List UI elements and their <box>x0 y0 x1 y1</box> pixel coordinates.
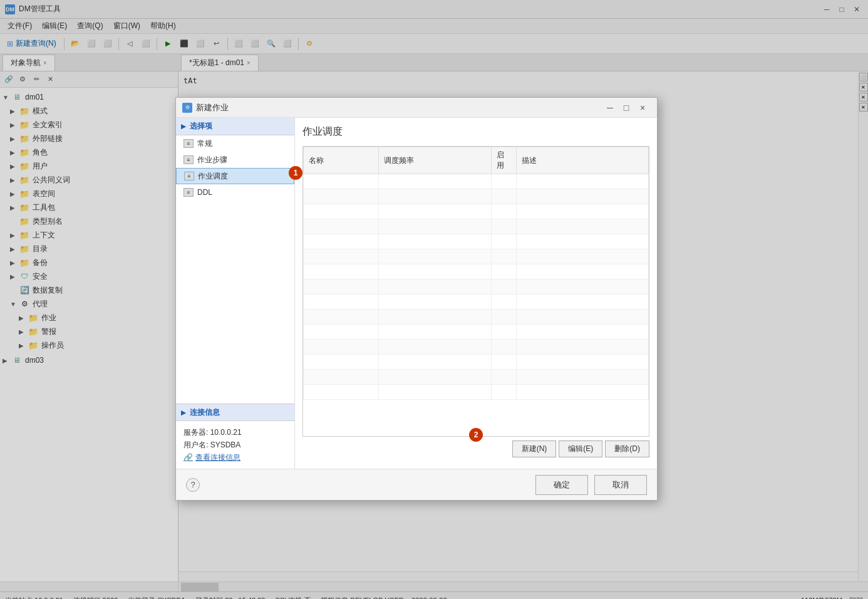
selector-header-label: 选择项 <box>190 121 212 132</box>
menu-item-ddl[interactable]: ≡ DDL <box>176 184 294 201</box>
menu-item-schedule[interactable]: ≡ 作业调度 1 <box>176 168 294 184</box>
help-button[interactable]: ? <box>186 478 200 492</box>
badge-1: 1 <box>289 166 302 180</box>
new-schedule-button[interactable]: 新建(N) <box>512 440 557 457</box>
badge-2: 2 <box>469 428 483 442</box>
modal-app-icon: ⚙ <box>182 103 192 113</box>
menu-icon-ddl: ≡ <box>183 188 194 197</box>
modal-window: ⚙ 新建作业 ─ □ × 选择项 ≡ 常规 ≡ 作业步骤 <box>175 97 658 501</box>
conn-link-label: 查看连接信息 <box>195 451 240 464</box>
table-row-empty-8 <box>304 279 649 294</box>
menu-item-steps[interactable]: ≡ 作业步骤 <box>176 152 294 168</box>
conn-info-body: 服务器: 10.0.0.21 用户名: SYSDBA 🔗 查看连接信息 <box>176 421 294 469</box>
menu-icon-general: ≡ <box>183 139 194 148</box>
action-row: 2 新建(N) 编辑(E) 删除(D) <box>302 437 649 461</box>
modal-overlay: ⚙ 新建作业 ─ □ × 选择项 ≡ 常规 ≡ 作业步骤 <box>0 0 868 599</box>
table-row-empty-5 <box>304 234 649 249</box>
selector-header: 选择项 <box>176 118 294 135</box>
modal-footer: ? 确定 取消 <box>176 469 657 500</box>
table-row-empty-4 <box>304 219 649 234</box>
table-row-empty-10 <box>304 310 649 325</box>
table-header-row: 名称 调度频率 启用 描述 <box>304 147 649 174</box>
table-row-empty-9 <box>304 294 649 310</box>
table-row-empty-6 <box>304 249 649 264</box>
col-desc: 描述 <box>517 147 649 174</box>
modal-body: 选择项 ≡ 常规 ≡ 作业步骤 ≡ 作业调度 1 <box>176 118 657 469</box>
col-frequency: 调度频率 <box>379 147 492 174</box>
modal-close-button[interactable]: × <box>634 100 651 116</box>
confirm-button[interactable]: 确定 <box>535 475 588 495</box>
menu-icon-schedule: ≡ <box>184 172 194 180</box>
conn-header-label: 连接信息 <box>190 407 220 418</box>
table-row-empty-14 <box>304 370 649 385</box>
menu-icon-steps: ≡ <box>183 155 194 164</box>
modal-title: 新建作业 <box>196 102 602 113</box>
schedule-table: 名称 调度频率 启用 描述 <box>303 147 649 400</box>
menu-label-steps: 作业步骤 <box>197 155 227 165</box>
col-enabled: 启用 <box>492 147 517 174</box>
conn-info-header: 连接信息 <box>176 404 294 421</box>
table-head: 名称 调度频率 启用 描述 <box>304 147 649 174</box>
cancel-button[interactable]: 取消 <box>594 475 647 495</box>
conn-server: 服务器: 10.0.0.21 <box>183 426 287 439</box>
menu-label-ddl: DDL <box>197 188 212 197</box>
table-row-empty-2 <box>304 189 649 204</box>
view-conn-link[interactable]: 🔗 查看连接信息 <box>183 451 287 464</box>
menu-item-general[interactable]: ≡ 常规 <box>176 135 294 152</box>
modal-title-bar: ⚙ 新建作业 ─ □ × <box>176 98 657 118</box>
conn-link-icon: 🔗 <box>183 451 193 464</box>
table-row-empty-7 <box>304 264 649 279</box>
modal-right-title: 作业调度 <box>302 125 649 138</box>
modal-left-panel: 选择项 ≡ 常规 ≡ 作业步骤 ≡ 作业调度 1 <box>176 118 295 469</box>
table-row-empty-15 <box>304 385 649 400</box>
menu-label-general: 常规 <box>197 138 212 149</box>
table-row-empty-1 <box>304 174 649 189</box>
table-row-empty-13 <box>304 355 649 370</box>
col-name: 名称 <box>304 147 379 174</box>
modal-maximize-button[interactable]: □ <box>618 100 634 116</box>
conn-user: 用户名: SYSDBA <box>183 439 287 451</box>
table-body <box>304 174 649 400</box>
schedule-table-container: 名称 调度频率 启用 描述 <box>302 146 649 437</box>
table-row-empty-12 <box>304 340 649 355</box>
table-row-empty-3 <box>304 204 649 219</box>
modal-right-panel: 作业调度 名称 调度频率 启用 描述 <box>295 118 657 469</box>
menu-label-schedule: 作业调度 <box>198 171 228 182</box>
modal-minimize-button[interactable]: ─ <box>602 100 618 116</box>
delete-schedule-button[interactable]: 删除(D) <box>605 440 649 457</box>
edit-schedule-button[interactable]: 编辑(E) <box>559 440 602 457</box>
table-row-empty-11 <box>304 325 649 340</box>
